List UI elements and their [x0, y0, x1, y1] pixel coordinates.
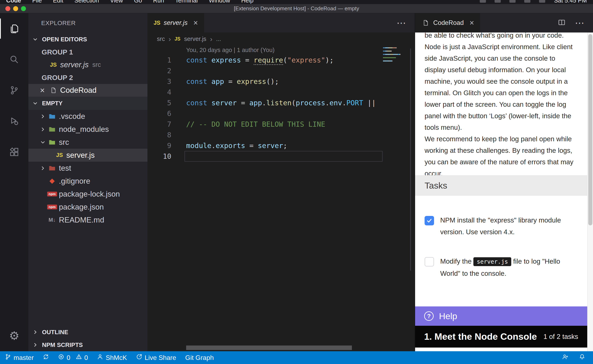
minimap[interactable] — [383, 47, 401, 64]
tree-item-test[interactable]: test — [28, 162, 147, 175]
activitybar-extensions[interactable] — [0, 136, 28, 167]
menubar-item-view[interactable]: View — [110, 0, 123, 4]
code-line-5[interactable]: 5const server = app.listen(process.env.P… — [147, 98, 415, 108]
tree-item-node-modules[interactable]: node_modules — [28, 123, 147, 136]
menubar-item-window[interactable]: Window — [209, 0, 230, 4]
menubar-status-area: Sat 5:45 PM — [480, 0, 587, 4]
code-line-6[interactable]: 6 — [147, 108, 415, 119]
activitybar-run-debug[interactable] — [0, 106, 28, 136]
live-share-icon — [136, 354, 142, 362]
tree-item-server-js[interactable]: JSserver.js — [28, 149, 147, 162]
chevron-right-icon — [40, 165, 48, 171]
webview-scrollbar[interactable] — [587, 32, 593, 351]
editor-scrollbar[interactable] — [410, 49, 411, 271]
close-window-button[interactable] — [5, 6, 10, 11]
section-open-editors[interactable]: OPEN EDITORS — [28, 33, 147, 46]
more-actions-icon[interactable]: ⋯ — [397, 18, 406, 27]
close-icon[interactable]: × — [469, 19, 474, 27]
tree-item-readme-md[interactable]: M↓README.md — [28, 214, 147, 227]
menubar-item-run[interactable]: Run — [153, 0, 164, 4]
open-editor-server-js[interactable]: JSserver.jssrc — [28, 58, 147, 71]
tree-item-vscode[interactable]: .vscode — [28, 110, 147, 123]
tree-item-package-lock-json[interactable]: npmpackage-lock.json — [28, 188, 147, 201]
chevron-down-icon — [32, 100, 40, 106]
breadcrumb-symbol[interactable]: ... — [216, 36, 221, 42]
section-npm-scripts[interactable]: NPM SCRIPTS — [28, 338, 147, 351]
close-icon[interactable]: × — [40, 86, 49, 95]
tree-item-label: node_modules — [59, 125, 109, 134]
breadcrumb-src[interactable]: src — [157, 36, 165, 42]
status-warnings[interactable]: 0 — [76, 354, 88, 362]
breadcrumb[interactable]: src › JS server.js › ... — [147, 32, 415, 45]
javascript-icon: JS — [56, 152, 63, 158]
menubar-item-go[interactable]: Go — [134, 0, 142, 4]
line-number: 6 — [147, 109, 171, 118]
code-line-8[interactable]: 8 — [147, 130, 415, 140]
tree-item-label: package-lock.json — [59, 190, 120, 198]
section-outline[interactable]: OUTLINE — [28, 326, 147, 338]
split-editor-icon[interactable] — [558, 19, 565, 27]
close-icon[interactable]: × — [193, 19, 198, 27]
horizontal-scrollbar[interactable] — [186, 345, 352, 350]
task-checkbox-unchecked[interactable] — [425, 257, 434, 266]
status-notifications[interactable] — [579, 354, 585, 362]
status-account-shmck[interactable]: ShMcK — [97, 354, 127, 362]
activitybar-manage[interactable]: ⚙ — [0, 320, 28, 351]
tree-item-package-json[interactable]: npmpackage.json — [28, 201, 147, 214]
status-errors[interactable]: 0 — [58, 354, 70, 362]
code-editor[interactable]: You, 20 days ago | 1 author (You) 1const… — [147, 45, 415, 351]
menubar-status-icon — [524, 0, 530, 3]
extensions-icon — [9, 147, 19, 157]
code-line-text: const server = app.listen(process.env.PO… — [186, 99, 376, 107]
status-git-graph[interactable]: Git Graph — [185, 354, 214, 362]
menubar-item-help[interactable]: Help — [241, 0, 254, 4]
zoom-window-button[interactable] — [21, 6, 26, 11]
editor-label: server.js — [60, 60, 88, 69]
code-line-9[interactable]: 9module.exports = server; — [147, 140, 415, 151]
editor-detail: src — [92, 61, 101, 68]
menubar-item-edit[interactable]: Edit — [53, 0, 63, 4]
activitybar-source-control[interactable] — [0, 75, 28, 106]
section-project-empty[interactable]: EMPTY — [28, 97, 147, 110]
task-checkbox-checked[interactable] — [425, 216, 434, 225]
git-branch-icon — [5, 354, 11, 362]
tab-coderoad[interactable]: CodeRoad × — [415, 13, 480, 32]
tab-server-js[interactable]: JS server.js × — [147, 13, 204, 32]
menubar-item-selection[interactable]: Selection — [74, 0, 99, 4]
code-line-2[interactable]: 2 — [147, 65, 415, 76]
menubar-item-code[interactable]: Code — [6, 0, 21, 4]
status-sync[interactable] — [43, 354, 49, 362]
code-line-7[interactable]: 7// -- DO NOT EDIT BELOW THIS LINE — [147, 119, 415, 130]
status-branch-master[interactable]: master — [5, 354, 34, 362]
tree-item-gitignore[interactable]: .gitignore — [28, 175, 147, 188]
status-feedback[interactable] — [562, 354, 568, 362]
menubar-status-icon — [539, 0, 545, 3]
code-line-1[interactable]: 1const express = require("express"); — [147, 55, 415, 65]
code-line-3[interactable]: 3const app = express(); — [147, 76, 415, 87]
lesson-footer[interactable]: 1. Meet the Node Console 1 of 2 tasks — [415, 326, 587, 348]
open-editor-coderoad[interactable]: ×CodeRoad — [28, 84, 147, 97]
activitybar-search[interactable] — [0, 44, 28, 75]
line-number: 5 — [147, 99, 171, 107]
npm-icon: npm — [47, 205, 57, 209]
menubar-item-terminal[interactable]: Terminal — [175, 0, 198, 4]
tree-item-src[interactable]: src — [28, 136, 147, 149]
minimize-window-button[interactable] — [13, 6, 18, 11]
status-label: ShMcK — [106, 354, 127, 362]
code-line-4[interactable]: 4 — [147, 87, 415, 98]
activity-bar: ⚙ — [0, 13, 28, 351]
help-section[interactable]: ? Help — [415, 306, 587, 326]
menubar-item-file[interactable]: File — [32, 0, 42, 4]
error-icon — [58, 354, 64, 362]
more-actions-icon[interactable]: ⋯ — [575, 18, 584, 27]
vscode-window: CodeFileEditSelectionViewGoRunTerminalWi… — [0, 0, 593, 364]
lesson-paragraph: be able to check what's going on in your… — [425, 32, 577, 133]
code-line-text: const app = express(); — [186, 77, 279, 85]
source-control-icon — [9, 85, 19, 95]
tree-item-label: package.json — [59, 203, 104, 211]
status-live-share[interactable]: Live Share — [136, 354, 176, 362]
breadcrumb-file[interactable]: server.js — [184, 36, 206, 42]
gitlens-blame-annotation[interactable]: You, 20 days ago | 1 author (You) — [147, 45, 415, 55]
code-line-10[interactable]: 10 — [147, 151, 415, 162]
activitybar-explorer[interactable] — [0, 13, 28, 44]
